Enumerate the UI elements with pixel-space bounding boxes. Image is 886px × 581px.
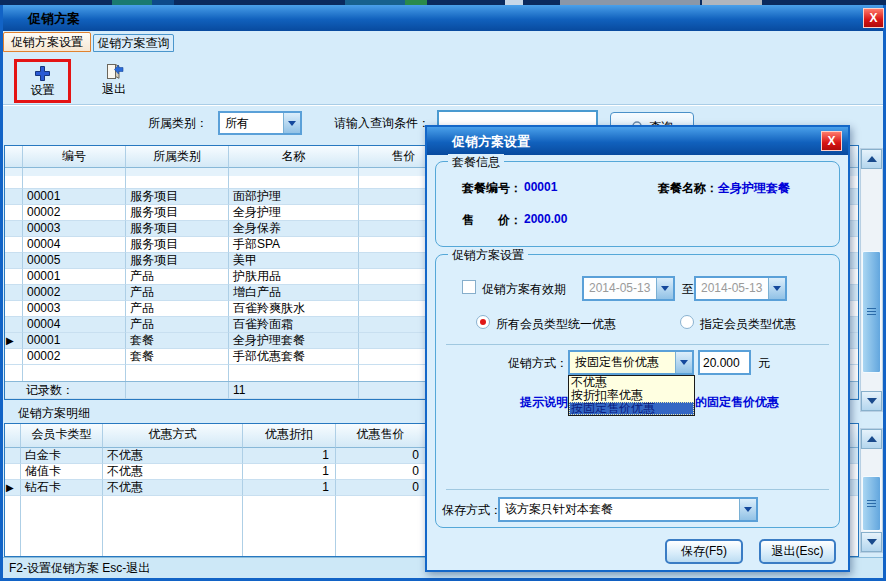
package-no-label: 套餐编号：: [462, 180, 522, 197]
promo-method-label: 促销方式：: [508, 355, 568, 372]
window-titlebar: 促销方案: [3, 5, 883, 31]
column-header[interactable]: 所属类别: [126, 146, 229, 168]
promo-settings-dialog: 促销方案设置 X 套餐信息 套餐编号： 00001 套餐名称： 全身护理套餐 售…: [425, 125, 850, 572]
scrollbar-thumb-grip: [867, 500, 876, 508]
save-button[interactable]: 保存(F5): [665, 539, 743, 564]
save-mode-select[interactable]: 该方案只针对本套餐: [498, 497, 758, 522]
dropdown-option[interactable]: 按折扣率优惠: [569, 389, 694, 402]
validity-label: 促销方案有效期: [482, 281, 566, 298]
radio-all-members[interactable]: [476, 315, 490, 329]
package-info-group-label: 套餐信息: [448, 154, 504, 171]
main-table-scrollbar[interactable]: [860, 148, 883, 412]
hint-prefix: 提示说明: [520, 394, 568, 411]
exit-button-label: 退出: [102, 81, 126, 98]
search-label: 请输入查询条件：: [334, 115, 430, 131]
scroll-up-icon[interactable]: [861, 429, 882, 449]
column-header[interactable]: 名称: [229, 146, 359, 168]
detail-table-scrollbar[interactable]: [860, 428, 883, 553]
plus-icon: [34, 65, 51, 82]
column-header[interactable]: 编号: [23, 146, 126, 168]
chevron-down-icon[interactable]: [739, 499, 756, 520]
dialog-exit-button[interactable]: 退出(Esc): [759, 539, 836, 564]
date-from-select[interactable]: 2014-05-13: [582, 276, 675, 301]
chevron-down-icon[interactable]: [656, 278, 673, 299]
screen: 促销方案 X 促销方案设置 促销方案查询 设置 退出 所属类别： 所有 请输入查…: [0, 0, 886, 581]
radio-specified-members-label: 指定会员类型优惠: [700, 316, 796, 333]
tab-promo-settings[interactable]: 促销方案设置: [3, 32, 91, 52]
dialog-title: 促销方案设置: [452, 133, 530, 151]
column-header[interactable]: 优惠折扣: [243, 424, 336, 448]
separator: [446, 344, 829, 345]
date-to-select[interactable]: 2014-05-13: [694, 276, 787, 301]
exit-button[interactable]: 退出: [88, 60, 140, 102]
selected-row-marker: ▶: [5, 480, 21, 496]
scroll-up-icon[interactable]: [861, 149, 882, 169]
tab-promo-query[interactable]: 促销方案查询: [93, 34, 174, 52]
dialog-titlebar: 促销方案设置: [427, 127, 848, 155]
column-header[interactable]: 优惠售价: [336, 424, 426, 448]
scrollbar-thumb[interactable]: [862, 476, 881, 531]
setup-button-label: 设置: [31, 82, 55, 99]
promo-method-value: 按固定售价优惠: [575, 355, 659, 369]
category-filter-value: 所有: [225, 116, 249, 130]
promo-settings-group-label: 促销方案设置: [448, 247, 528, 264]
validity-checkbox[interactable]: [462, 280, 476, 294]
dropdown-option-selected[interactable]: 按固定售价优惠: [569, 402, 694, 415]
scrollbar-thumb-grip: [867, 308, 876, 316]
promo-settings-group: 促销方案设置 促销方案有效期 2014-05-13 至 2014-05-13 所…: [435, 254, 840, 528]
category-filter-select[interactable]: 所有: [218, 111, 302, 135]
dialog-close-button[interactable]: X: [821, 131, 842, 151]
column-header[interactable]: 会员卡类型: [21, 424, 103, 448]
date-to-value: 2014-05-13: [701, 281, 762, 295]
scroll-down-icon[interactable]: [861, 532, 882, 552]
window-close-button[interactable]: X: [863, 8, 884, 28]
record-count-label: 记录数：: [5, 382, 126, 399]
setup-button[interactable]: 设置: [14, 59, 71, 103]
selected-row-marker: ▶: [5, 333, 23, 349]
detail-section-title: 促销方案明细: [18, 405, 90, 422]
scrollbar-thumb[interactable]: [862, 251, 881, 373]
save-mode-value: 该方案只针对本套餐: [505, 502, 613, 516]
promo-method-dropdown-list: 不优惠 按折扣率优惠 按固定售价优惠: [568, 375, 695, 416]
date-to-label: 至: [682, 281, 694, 298]
package-name-label: 套餐名称：: [658, 180, 718, 197]
toolbar-divider: [3, 105, 883, 106]
scroll-down-icon[interactable]: [861, 391, 882, 411]
dropdown-option[interactable]: 不优惠: [569, 376, 694, 389]
marker-column-header: [5, 146, 23, 168]
category-filter-label: 所属类别：: [148, 115, 208, 131]
unit-label: 元: [758, 355, 770, 372]
record-count-value: 11: [229, 382, 359, 399]
radio-all-members-label: 所有会员类型统一优惠: [496, 316, 616, 333]
hint-suffix: 的固定售价优惠: [695, 394, 779, 411]
date-from-value: 2014-05-13: [589, 281, 650, 295]
amount-input[interactable]: [698, 350, 751, 375]
promo-method-select[interactable]: 按固定售价优惠: [568, 350, 694, 375]
exit-door-icon: [105, 63, 124, 80]
column-header[interactable]: 优惠方式: [103, 424, 243, 448]
price-label: 售 价：: [462, 212, 522, 229]
package-no-value: 00001: [524, 180, 557, 194]
radio-specified-members[interactable]: [680, 315, 694, 329]
chevron-down-icon[interactable]: [283, 113, 300, 133]
chevron-down-icon[interactable]: [675, 352, 692, 373]
window-title: 促销方案: [28, 10, 80, 28]
save-mode-label: 保存方式：: [442, 502, 502, 519]
package-info-group: 套餐信息 套餐编号： 00001 套餐名称： 全身护理套餐 售 价： 2000.…: [435, 161, 840, 247]
price-value: 2000.00: [524, 212, 567, 226]
package-name-value: 全身护理套餐: [718, 180, 790, 197]
separator: [446, 489, 829, 490]
chevron-down-icon[interactable]: [768, 278, 785, 299]
